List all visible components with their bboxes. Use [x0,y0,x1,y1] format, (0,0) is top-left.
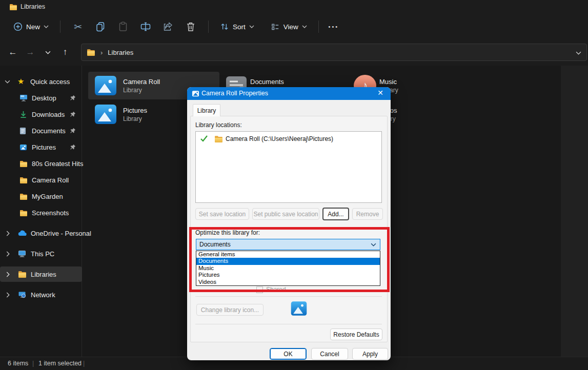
tab-library[interactable]: Library [193,104,220,116]
breadcrumb-location[interactable]: Libraries [108,49,133,56]
folder-icon [19,210,28,216]
location-path: Camera Roll (C:\Users\Neeraj\Pictures) [226,135,333,142]
sidebar-item-label: This PC [31,250,54,258]
button-label: Remove [356,211,379,218]
sidebar-item-label: OneDrive - Personal [31,230,91,237]
set-save-location-button[interactable]: Set save location [195,208,249,220]
library-picture-icon [94,75,117,96]
pin-icon [70,144,76,150]
sidebar-item-screenshots[interactable]: Screenshots [0,205,82,220]
close-icon[interactable]: ✕ [375,89,386,97]
cancel-button[interactable]: Cancel [311,348,348,360]
sort-button[interactable]: Sort [215,18,259,35]
desktop-icon [19,94,28,101]
optimize-combobox[interactable]: Documents [196,239,380,250]
star-icon: ★ [17,77,24,86]
dropdown-option-documents[interactable]: Documents [196,258,380,264]
address-box[interactable]: › Libraries [81,44,587,61]
sidebar-item-documents[interactable]: Documents [0,123,82,138]
sidebar-item-label: Screenshots [32,209,69,217]
folder-icon [214,135,223,142]
sidebar-item-label: 80s Greatest Hits [32,160,83,168]
sidebar-item-quick-access[interactable]: ★ Quick access [0,74,82,89]
button-label: Set save location [199,211,246,218]
scissors-icon: ✂ [74,21,82,33]
chevron-down-icon [45,51,51,54]
toolbar-separator [208,20,209,33]
chevron-down-icon [5,80,12,84]
view-button[interactable]: View [266,18,312,35]
up-arrow-icon: ↑ [63,47,68,57]
add-button[interactable]: Add... [322,208,349,220]
copy-button[interactable] [89,18,112,35]
pin-icon [70,128,76,134]
sidebar-item-onedrive[interactable]: OneDrive - Personal [0,225,82,241]
location-row[interactable]: Camera Roll (C:\Users\Neeraj\Pictures) [196,134,381,144]
view-button-label: View [283,23,298,31]
up-button[interactable]: ↑ [56,44,74,61]
sidebar-item-label: Camera Roll [32,176,69,184]
share-button[interactable] [157,18,179,35]
toolbar-separator [60,20,60,33]
optimize-dropdown-list: General items Documents Music Pictures V… [196,251,380,286]
address-dropdown-chevron[interactable] [576,49,581,56]
forward-button[interactable]: → [22,44,39,61]
library-locations-listbox[interactable]: Camera Roll (C:\Users\Neeraj\Pictures) [195,131,382,203]
button-label: Add... [328,211,343,218]
new-button-label: New [26,23,40,31]
breadcrumb-chevron: › [100,49,103,56]
tile-type: Library [123,115,147,122]
shared-checkbox[interactable] [256,286,263,293]
remove-button[interactable]: Remove [352,208,383,220]
recent-locations-button[interactable] [39,44,56,61]
file-explorer-window: Libraries New ✂ [0,0,588,370]
pin-icon [70,95,76,101]
new-button[interactable]: New [8,18,54,35]
separator [195,324,382,324]
sidebar-item-mygarden[interactable]: MyGarden [0,189,82,204]
sidebar-item-network[interactable]: Network [0,287,82,302]
sort-button-label: Sort [233,23,246,31]
item-count: 6 items [8,360,28,367]
more-options-button[interactable]: ••• [325,18,342,35]
library-icon-preview [291,301,307,318]
dropdown-option-videos[interactable]: Videos [196,279,380,285]
dropdown-option-pictures[interactable]: Pictures [196,272,380,278]
cut-button[interactable]: ✂ [67,18,89,35]
chevron-down-icon [44,25,49,28]
folder-icon [9,3,17,12]
sidebar-item-label: MyGarden [32,193,63,200]
back-button[interactable]: ← [4,44,22,61]
tile-name: Pictures [123,107,147,114]
sidebar-item-pictures[interactable]: Pictures [0,139,82,155]
change-library-icon-button[interactable]: Change library icon... [196,304,263,316]
sidebar-item-label: Downloads [32,111,65,118]
paste-button[interactable] [112,18,134,35]
monitor-icon [18,250,26,257]
folder-icon [19,177,28,183]
scrollbar-area[interactable] [561,66,588,357]
rename-button[interactable] [134,18,157,35]
trash-icon [185,21,196,32]
sidebar-item-libraries[interactable]: Libraries [0,266,82,282]
ok-button[interactable]: OK [270,348,307,360]
status-divider: | [83,360,85,367]
sidebar-item-this-pc[interactable]: This PC [0,246,82,261]
sidebar-item-downloads[interactable]: Downloads [0,107,82,122]
sidebar-item-80s-greatest-hits[interactable]: 80s Greatest Hits [0,156,82,171]
restore-defaults-button[interactable]: Restore Defaults [330,328,382,340]
button-label: Cancel [320,351,339,358]
sidebar-item-camera-roll[interactable]: Camera Roll [0,172,82,188]
delete-button[interactable] [179,18,202,35]
dropdown-option-music[interactable]: Music [196,265,380,272]
optimize-label: Optimize this library for: [195,229,260,236]
dialog-titlebar[interactable]: Camera Roll Properties ✕ [187,87,391,100]
tile-name: Camera Roll [123,78,160,86]
plus-circle-icon [13,22,23,31]
sidebar-item-label: Quick access [30,78,70,86]
dropdown-option-general-items[interactable]: General items [196,251,380,258]
sidebar-item-desktop[interactable]: Desktop [0,90,82,106]
apply-button[interactable]: Apply [352,348,388,360]
set-public-save-location-button[interactable]: Set public save location [252,208,319,220]
combobox-value: Documents [199,241,231,248]
